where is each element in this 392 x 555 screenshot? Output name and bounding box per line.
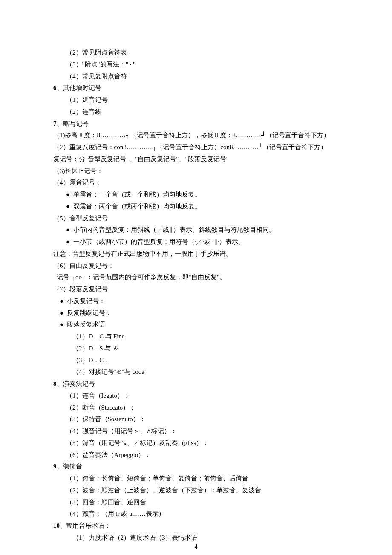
text-line: （4）常见复附点音符 (53, 71, 339, 83)
text-line: （4）强音记号（用记号＞、∧标记）： (53, 425, 339, 437)
section-heading-10: 10、常用音乐术语： (53, 520, 339, 532)
heading-text: 、其他增时记号 (57, 84, 101, 91)
text-line: （2）断音（Staccato）： (53, 402, 339, 414)
text-line: （1）D．C 与 Fine (53, 331, 339, 343)
heading-text: 、装饰音 (57, 463, 82, 470)
text-line: （4）对接记号"⊕"与 coda (53, 366, 339, 378)
text-line: （3）保持音（Sostenuto）： (53, 413, 339, 425)
bullet-item: ● 段落反复术语 (53, 319, 339, 331)
text-line: （3）D．C． (53, 355, 339, 367)
text-line: （1）延音记号 (53, 94, 339, 106)
text-line: （5）音型反复记号 (53, 213, 339, 225)
text-line: （6）琶音奏法（Arpeggio）： (53, 449, 339, 461)
text-line: （2）波音：顺波音（上波音）、逆波音（下波音）；单波音、复波音 (53, 485, 339, 497)
heading-text: 、常用音乐术语： (60, 522, 111, 529)
text-line: 复记号：分"音型反复记号"、"自由反复记号"、"段落反复记号" (53, 153, 339, 165)
text-line: （4）震音记号： (53, 177, 339, 189)
bullet-item: ● 反复跳跃记号： (53, 307, 339, 319)
text-line: 注意：音型反复记号在正式出版物中不用，一般用于手抄乐谱。 (53, 248, 339, 260)
text-line: （1）连音（Iegato）： (53, 390, 339, 402)
text-line: （2）常见附点音符表 (53, 47, 339, 59)
bullet-item: ● 一小节（或两小节）的音型反复：用符号（·╱·或 ·∥·）表示。 (53, 236, 339, 248)
heading-number: 9 (53, 463, 57, 470)
text-span: （2）D．S 与 (72, 345, 112, 352)
text-line: （7）段落反复记号 (53, 283, 339, 295)
text-line: （3)长休止记号： (53, 165, 339, 177)
section-heading-8: 8、演奏法记号 (53, 378, 339, 390)
text-line: （1）倚音：长倚音、短倚音；单倚音、复倚音；前倚音、后倚音 (53, 473, 339, 485)
text-line: （6）自由反复记号： (53, 260, 339, 272)
text-line: （3）回音：顺回音、逆回音 (53, 497, 339, 509)
bullet-item: ● 小节内的音型反复：用斜线（╱或∥）表示。斜线数目与符尾数目相同。 (53, 224, 339, 236)
bullet-item: ● 单震音：一个音（或一个和弦）均匀地反复。 (53, 189, 339, 201)
section-heading-6: 6、其他增时记号 (53, 82, 339, 94)
text-line: （2）连音线 (53, 106, 339, 118)
bullet-item: ● 小反复记号： (53, 295, 339, 307)
heading-number: 8 (53, 380, 57, 387)
heading-number: 7 (53, 120, 57, 127)
symbol-ampersand: ＆ (112, 345, 119, 352)
section-heading-7: 7、略写记号 (53, 118, 339, 130)
page-number: 4 (0, 541, 392, 552)
text-line: （2）D．S 与 ＆ (53, 343, 339, 355)
bullet-item: ● 双震音：两个音（或两个和弦）均匀地反复。 (53, 201, 339, 213)
text-line: （2）重复八度记号：con8…………┐（记号置于音符上方）con8…………┘（记… (53, 142, 339, 153)
document-page: （2）常见附点音符表 （3）"附点"的写法：" · " （4）常见复附点音符 6… (0, 0, 392, 555)
heading-number: 6 (53, 84, 57, 91)
text-line: 记号 ┌oo┐：记号范围内的音可作多次反复，即"自由反复"。 (53, 272, 339, 283)
text-line: （5）滑音（用记号↘、↗标记）及刮奏（gliss）： (53, 437, 339, 449)
heading-text: 、略写记号 (57, 120, 89, 127)
text-line: （1)移高 8 度：8…………┐（记号置于音符上方），移低 8 度：8…………┘… (53, 130, 339, 142)
heading-number: 10 (53, 522, 60, 529)
section-heading-9: 9、装饰音 (53, 461, 339, 473)
text-line: （4）颤音：（用 tr 或 tr……表示） (53, 508, 339, 520)
text-line: （3）"附点"的写法：" · " (53, 59, 339, 71)
heading-text: 、演奏法记号 (57, 380, 95, 387)
